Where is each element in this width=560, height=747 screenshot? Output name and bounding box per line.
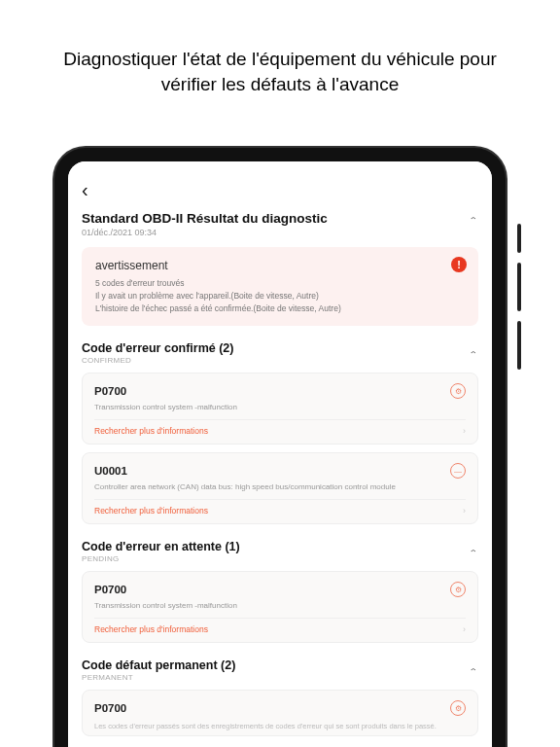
code-id: P0700 bbox=[94, 584, 126, 595]
tablet-frame: ‹ Standard OBD-II Résultat du diagnostic… bbox=[54, 148, 506, 747]
code-card-p0700-permanent[interactable]: P0700 ⚙ Les codes d'erreur passés sont d… bbox=[82, 690, 478, 736]
back-button[interactable]: ‹ bbox=[82, 179, 478, 201]
warning-line: L'histoire de l'échec passé a été confir… bbox=[95, 302, 465, 315]
link-label: Rechercher plus d'informations bbox=[94, 426, 208, 436]
chevron-up-icon[interactable]: ⌃ bbox=[469, 666, 478, 676]
footnote: Les codes d'erreur passés sont des enreg… bbox=[94, 722, 466, 731]
device-volume-up bbox=[517, 263, 521, 311]
section-tag: CONFIRMED bbox=[82, 356, 233, 365]
chevron-right-icon: › bbox=[463, 426, 466, 436]
code-description: Transmission control system -malfunction bbox=[94, 601, 466, 610]
code-card-u0001[interactable]: U0001 — Controller area network (CAN) da… bbox=[82, 452, 478, 524]
more-info-link[interactable]: Rechercher plus d'informations › bbox=[94, 618, 466, 634]
warning-line: Il y avait un problème avec l'appareil.(… bbox=[95, 290, 465, 302]
code-id: U0001 bbox=[94, 465, 127, 477]
section-title: Code d'erreur confirmé (2) bbox=[82, 341, 233, 355]
warning-line: 5 codes d'erreur trouvés bbox=[95, 277, 465, 290]
code-description: Transmission control system -malfunction bbox=[94, 403, 466, 411]
gear-icon: ⚙ bbox=[450, 700, 466, 716]
section-tag: PERMANENT bbox=[82, 673, 235, 682]
section-tag: PENDING bbox=[82, 554, 240, 563]
section-header-pending[interactable]: Code d'erreur en attente (1) PENDING ⌃ bbox=[82, 540, 478, 563]
warning-title: avertissement bbox=[95, 259, 465, 272]
code-id: P0700 bbox=[94, 702, 126, 714]
section-title: Code défaut permanent (2) bbox=[82, 658, 235, 672]
code-card-p0700[interactable]: P0700 ⚙ Transmission control system -mal… bbox=[82, 373, 478, 445]
main-header[interactable]: Standard OBD-II Résultat du diagnostic 0… bbox=[82, 211, 478, 237]
gear-icon: ⚙ bbox=[450, 582, 466, 597]
section-title: Code d'erreur en attente (1) bbox=[82, 540, 240, 553]
warning-card: ! avertissement 5 codes d'erreur trouvés… bbox=[82, 247, 478, 326]
link-label: Rechercher plus d'informations bbox=[94, 624, 208, 634]
link-label: Rechercher plus d'informations bbox=[94, 506, 208, 516]
chevron-right-icon: › bbox=[463, 506, 466, 516]
chevron-up-icon[interactable]: ⌃ bbox=[469, 349, 478, 359]
gear-icon: ⚙ bbox=[450, 383, 466, 399]
device-volume-down bbox=[517, 321, 521, 370]
section-header-confirmed[interactable]: Code d'erreur confirmé (2) CONFIRMED ⌃ bbox=[82, 341, 478, 365]
section-permanent: Code défaut permanent (2) PERMANENT ⌃ P0… bbox=[82, 658, 478, 736]
page-headline: Diagnostiquer l'état de l'équipement du … bbox=[0, 0, 560, 125]
more-info-link[interactable]: Rechercher plus d'informations › bbox=[94, 419, 466, 436]
page-title: Standard OBD-II Résultat du diagnostic bbox=[82, 211, 328, 226]
code-card-p0700-pending[interactable]: P0700 ⚙ Transmission control system -mal… bbox=[82, 571, 478, 643]
code-description: Controller area network (CAN) data bus: … bbox=[94, 482, 466, 491]
code-id: P0700 bbox=[94, 385, 126, 397]
dash-icon: — bbox=[450, 463, 466, 479]
chevron-right-icon: › bbox=[463, 624, 466, 634]
alert-icon: ! bbox=[451, 257, 467, 272]
page-date: 01/déc./2021 09:34 bbox=[82, 228, 328, 237]
more-info-link[interactable]: Rechercher plus d'informations › bbox=[94, 499, 466, 516]
section-pending: Code d'erreur en attente (1) PENDING ⌃ P… bbox=[82, 540, 478, 643]
section-header-permanent[interactable]: Code défaut permanent (2) PERMANENT ⌃ bbox=[82, 658, 478, 682]
app-screen: ‹ Standard OBD-II Résultat du diagnostic… bbox=[68, 161, 492, 747]
chevron-up-icon[interactable]: ⌃ bbox=[469, 548, 478, 557]
chevron-up-icon[interactable]: ⌃ bbox=[469, 215, 478, 225]
device-power-button bbox=[517, 224, 521, 253]
section-confirmed: Code d'erreur confirmé (2) CONFIRMED ⌃ P… bbox=[82, 341, 478, 524]
